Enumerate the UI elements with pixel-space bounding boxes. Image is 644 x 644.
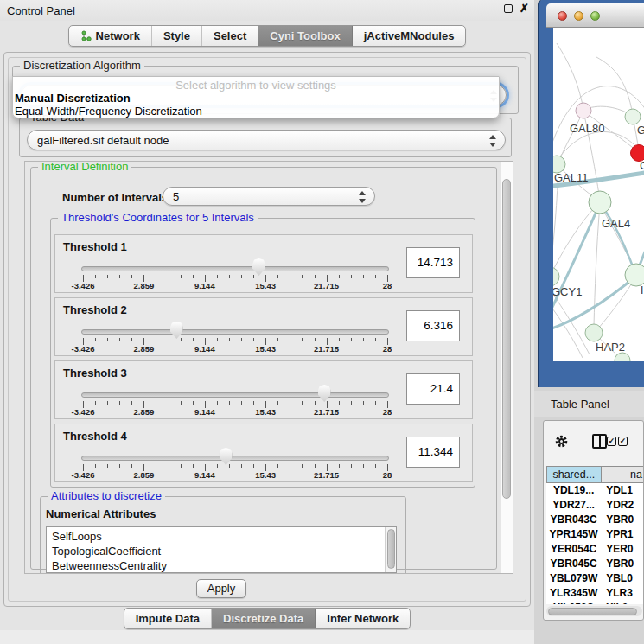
node-top-right[interactable] xyxy=(625,109,641,124)
slider-scale-labels: -3.4262.8599.14415.4321.71528 xyxy=(83,470,387,480)
table-cell[interactable]: YDL1 xyxy=(601,483,644,498)
table-cell[interactable]: YER054C xyxy=(546,542,601,557)
table-row[interactable]: YDL19...YDL1 xyxy=(546,483,644,498)
slider-track[interactable] xyxy=(81,392,389,398)
float-window-icon[interactable] xyxy=(504,4,513,13)
network-canvas[interactable]: GAL80 GA C GAL11 GAL4 GCY1 H HAP2 xyxy=(553,28,644,361)
attribute-list-item[interactable]: TopologicalCoefficient xyxy=(52,544,396,558)
table-row[interactable]: YLR345WYLR3 xyxy=(546,586,644,601)
table-cell[interactable]: YIL0 xyxy=(601,601,644,604)
table-cell[interactable]: YLR3 xyxy=(601,586,644,601)
number-of-intervals-value: 5 xyxy=(173,190,179,203)
close-icon[interactable]: ✗ xyxy=(520,4,529,13)
numerical-attributes-label: Numerical Attributes xyxy=(46,507,156,520)
table-row[interactable]: YBR045CYBR0 xyxy=(546,557,644,571)
dropdown-option-equal-width[interactable]: Equal Width/Frequency Discretization xyxy=(13,105,499,118)
slider-scale-labels: -3.4262.8599.14415.4321.71528 xyxy=(83,281,387,290)
minor-tick xyxy=(241,275,242,278)
table-row[interactable]: YBR043CYBR0 xyxy=(546,513,644,527)
minor-tick xyxy=(253,401,254,405)
minor-tick xyxy=(169,401,169,405)
table-cell[interactable]: YPR145W xyxy=(546,527,601,542)
table-horizontal-scrollbar[interactable] xyxy=(546,606,642,616)
table-row[interactable]: YPR145WYPR1 xyxy=(546,527,644,542)
table-cell[interactable]: YIL052C xyxy=(546,601,601,604)
settings-vertical-scrollbar[interactable] xyxy=(501,162,513,573)
minor-tick xyxy=(95,338,96,341)
minor-tick xyxy=(181,338,182,341)
slider-thumb[interactable] xyxy=(252,258,265,276)
table-data-group: Table Data galFiltered.sif default node xyxy=(19,118,512,157)
table-cell[interactable]: YDR27... xyxy=(546,498,601,513)
tab-impute-data[interactable]: Impute Data xyxy=(124,609,212,628)
node-gcy1[interactable] xyxy=(553,267,559,286)
minor-tick xyxy=(229,275,230,278)
table-cell[interactable]: YBR0 xyxy=(601,513,644,527)
network-window-titlebar[interactable] xyxy=(546,3,644,28)
attribute-list-item[interactable]: SelfLoops xyxy=(52,529,396,544)
threshold-value-field[interactable]: 11.344 xyxy=(406,437,460,468)
minor-tick xyxy=(339,401,340,405)
table-cell[interactable]: YBL079W xyxy=(546,571,601,586)
number-of-intervals-select[interactable]: 5 xyxy=(163,187,375,206)
minor-tick xyxy=(302,275,303,278)
scrollbar-thumb[interactable] xyxy=(548,608,637,615)
tab-cyni-toolbox[interactable]: Cyni Toolbox xyxy=(258,26,352,46)
tab-style[interactable]: Style xyxy=(152,26,202,46)
table-cell[interactable]: YBR043C xyxy=(546,513,601,527)
minor-tick xyxy=(95,464,96,468)
slider-track[interactable] xyxy=(81,329,389,335)
column-header-shared-name[interactable]: shared... xyxy=(546,466,602,483)
threshold-value-field[interactable]: 14.713 xyxy=(406,247,460,278)
table-cell[interactable]: YBR045C xyxy=(546,557,601,571)
tab-discretize-data[interactable]: Discretize Data xyxy=(212,609,316,628)
table-row[interactable]: YBL079WYBL0 xyxy=(546,571,644,586)
node-gal4[interactable] xyxy=(589,191,611,214)
minimize-traffic-light[interactable] xyxy=(574,11,583,21)
node-hap2[interactable] xyxy=(585,324,603,341)
attributes-scrollbar[interactable] xyxy=(385,527,396,572)
table-cell[interactable]: YBR0 xyxy=(601,557,644,571)
table-row[interactable]: YDR27...YDR2 xyxy=(546,498,644,513)
columns-icon[interactable] xyxy=(592,434,607,449)
table-cell[interactable]: YPR1 xyxy=(601,527,644,542)
dropdown-option-manual[interactable]: Manual Discretization xyxy=(13,92,499,105)
slider-thumb[interactable] xyxy=(220,448,233,465)
slider-thumb[interactable] xyxy=(318,385,331,402)
attribute-list-item[interactable]: BetweennessCentrality xyxy=(52,558,396,573)
scrollbar-thumb[interactable] xyxy=(502,179,511,499)
minor-tick xyxy=(217,464,218,468)
slider-track[interactable] xyxy=(81,456,389,461)
column-header-name[interactable]: na xyxy=(602,466,644,483)
table-row[interactable]: YIL052CYIL0 xyxy=(546,601,644,604)
threshold-value-field[interactable]: 21.4 xyxy=(406,373,460,405)
thresholds-group: Threshold's Coordinates for 5 Intervals … xyxy=(50,218,475,488)
minor-tick xyxy=(375,464,376,468)
gear-icon[interactable] xyxy=(554,434,569,449)
zoom-traffic-light[interactable] xyxy=(590,11,600,21)
slider-thumb[interactable] xyxy=(170,322,183,339)
table-data-select[interactable]: galFiltered.sif default node xyxy=(27,130,506,150)
table-cell[interactable]: YBL0 xyxy=(601,571,644,586)
minor-tick xyxy=(241,338,242,341)
checkbox-icon[interactable]: ✓ xyxy=(607,437,616,446)
tab-jactivemnodules[interactable]: jActiveMNodules xyxy=(353,26,466,46)
table-row[interactable]: YER054CYER0 xyxy=(546,542,644,557)
tab-infer-network[interactable]: Infer Network xyxy=(316,609,410,628)
apply-button[interactable]: Apply xyxy=(196,579,246,598)
node-gal11[interactable] xyxy=(553,156,565,173)
slider-track[interactable] xyxy=(81,266,389,271)
network-view-window[interactable]: GAL80 GA C GAL11 GAL4 GCY1 H HAP2 xyxy=(538,0,644,387)
table-cell[interactable]: YER0 xyxy=(601,542,644,557)
table-cell[interactable]: YDL19... xyxy=(546,483,601,498)
threshold-value-field[interactable]: 6.316 xyxy=(406,310,460,341)
tab-select[interactable]: Select xyxy=(202,26,258,46)
checkbox-icon[interactable]: ✓ xyxy=(618,437,628,446)
table-cell[interactable]: YDR2 xyxy=(601,498,644,513)
node-bottom[interactable] xyxy=(615,353,630,361)
table-cell[interactable]: YLR345W xyxy=(546,586,601,601)
node-gal80[interactable] xyxy=(576,103,591,118)
close-traffic-light[interactable] xyxy=(558,11,567,21)
tab-network[interactable]: Network xyxy=(69,26,152,46)
table-panel-title: Table Panel xyxy=(551,398,609,411)
